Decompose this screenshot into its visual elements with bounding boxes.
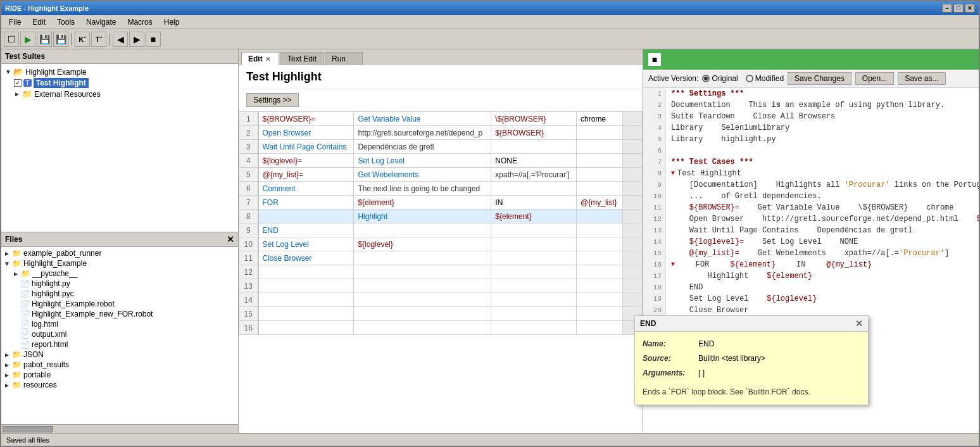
- files-item-robot1[interactable]: 📄 Highlight_Example.robot: [3, 299, 237, 309]
- maximize-button[interactable]: □: [953, 4, 964, 13]
- files-item-loghtml[interactable]: 📄 log.html: [3, 319, 237, 329]
- cell-9-4[interactable]: [622, 224, 642, 237]
- cell-11-2[interactable]: [491, 251, 577, 265]
- open-button[interactable]: Open...: [855, 72, 894, 85]
- cell-3-1[interactable]: Dependências de gretl: [354, 140, 491, 154]
- cell-14-4[interactable]: [622, 293, 642, 307]
- editor-grid[interactable]: 1 ${BROWSER}= Get Variable Value \${BROW…: [239, 111, 643, 433]
- cell-3-3[interactable]: [577, 140, 623, 154]
- cell-11-0[interactable]: Close Browser: [258, 251, 354, 265]
- toolbar-back[interactable]: ◀: [113, 32, 128, 47]
- cell-6-2[interactable]: [491, 182, 577, 196]
- files-item-resources[interactable]: ► 📁 resources: [3, 380, 237, 390]
- files-item-json[interactable]: ► 📁 JSON: [3, 349, 237, 360]
- tree-item-test-highlight[interactable]: ✓ T Test Highlight: [4, 77, 236, 89]
- files-close-icon[interactable]: ✕: [227, 234, 234, 244]
- cell-5-0[interactable]: @{my_list}=: [258, 168, 354, 182]
- tab-run[interactable]: Run: [325, 52, 363, 65]
- cell-11-1[interactable]: [354, 251, 491, 265]
- cell-12-2[interactable]: [491, 265, 577, 279]
- cell-7-1[interactable]: ${element}: [354, 196, 491, 210]
- menu-tools[interactable]: Tools: [52, 16, 80, 28]
- cell-2-2[interactable]: ${BROWSER}: [491, 126, 577, 140]
- cell-8-0[interactable]: [258, 210, 354, 224]
- cell-4-3[interactable]: [577, 154, 623, 168]
- cell-14-2[interactable]: [491, 293, 577, 307]
- cell-11-3[interactable]: [577, 251, 623, 265]
- menu-edit[interactable]: Edit: [27, 16, 51, 28]
- cell-11-4[interactable]: [622, 251, 642, 265]
- cell-3-4[interactable]: [622, 140, 642, 154]
- menu-file[interactable]: File: [4, 16, 26, 28]
- toolbar-stop[interactable]: ■: [146, 32, 161, 47]
- expand-icon-ext[interactable]: ►: [14, 91, 20, 98]
- files-item-highlight-example[interactable]: ▼ 📁 Highlight_Example: [3, 258, 237, 268]
- cell-16-2[interactable]: [491, 321, 577, 335]
- minimize-button[interactable]: −: [942, 4, 952, 13]
- cell-6-4[interactable]: [622, 182, 642, 196]
- radio-modified[interactable]: Modified: [746, 74, 784, 83]
- tab-text-edit[interactable]: Text Edit: [280, 52, 324, 65]
- cell-9-3[interactable]: [577, 224, 623, 237]
- files-item-highlightpy[interactable]: 📄 highlight.py: [3, 279, 237, 289]
- cell-4-1[interactable]: Set Log Level: [354, 154, 491, 168]
- save-as-button[interactable]: Save as...: [898, 72, 945, 85]
- cell-12-1[interactable]: [354, 265, 491, 279]
- toolbar-forward[interactable]: ▶: [129, 32, 144, 47]
- cell-3-0[interactable]: Wait Until Page Contains: [258, 140, 354, 154]
- cell-10-3[interactable]: [577, 237, 623, 251]
- cell-15-0[interactable]: [258, 307, 354, 321]
- toolbar-undo[interactable]: Kˇ: [75, 32, 90, 47]
- expand-portable[interactable]: ►: [4, 372, 10, 379]
- cell-15-3[interactable]: [577, 307, 623, 321]
- cell-15-1[interactable]: [354, 307, 491, 321]
- cell-9-2[interactable]: [491, 224, 577, 237]
- tooltip-close-button[interactable]: ✕: [855, 318, 863, 329]
- cell-5-1[interactable]: Get Webelements: [354, 168, 491, 182]
- cell-4-4[interactable]: [622, 154, 642, 168]
- menu-navigate[interactable]: Navigate: [81, 16, 121, 28]
- files-item-example-pabot[interactable]: ► 📁 example_pabot_runner: [3, 248, 237, 258]
- cell-14-0[interactable]: [258, 293, 354, 307]
- expand-resources[interactable]: ►: [4, 382, 10, 389]
- tree-item-external-resources[interactable]: ► 📁 External Resources: [4, 89, 236, 99]
- expand-pycache[interactable]: ►: [13, 270, 19, 277]
- cell-7-3[interactable]: @{my_list}: [577, 196, 623, 210]
- expand-highlight[interactable]: ▼: [4, 260, 10, 267]
- cell-8-3[interactable]: [577, 210, 623, 224]
- toolbar-save[interactable]: 💾: [37, 32, 52, 47]
- cell-16-1[interactable]: [354, 321, 491, 335]
- cell-5-3[interactable]: [577, 168, 623, 182]
- cell-13-0[interactable]: [258, 279, 354, 293]
- cell-12-4[interactable]: [622, 265, 642, 279]
- radio-original[interactable]: Original: [702, 74, 738, 83]
- files-item-portable[interactable]: ► 📁 portable: [3, 370, 237, 380]
- cell-13-1[interactable]: [354, 279, 491, 293]
- cell-6-3[interactable]: [577, 182, 623, 196]
- cell-1-4[interactable]: [622, 112, 642, 126]
- cell-16-3[interactable]: [577, 321, 623, 335]
- toolbar-redo[interactable]: Tˇ: [91, 32, 106, 47]
- cell-1-0[interactable]: ${BROWSER}=: [258, 112, 354, 126]
- expand-16[interactable]: ▼: [671, 259, 675, 270]
- save-changes-button[interactable]: Save Changes: [788, 72, 851, 85]
- files-item-robot2[interactable]: 📄 Highlight_Example_new_FOR.robot: [3, 309, 237, 319]
- tree-item-highlight-example[interactable]: ▼ 📂 Highlight Example: [4, 66, 236, 77]
- toolbar-saveas[interactable]: 💾: [53, 32, 68, 47]
- files-item-reporthtml[interactable]: 📄 report.html: [3, 339, 237, 349]
- toolbar-new[interactable]: ☐: [4, 32, 19, 47]
- cell-1-1[interactable]: Get Variable Value: [354, 112, 491, 126]
- cell-10-4[interactable]: [622, 237, 642, 251]
- menu-macros[interactable]: Macros: [122, 16, 157, 28]
- cell-8-4[interactable]: [622, 210, 642, 224]
- toolbar-open[interactable]: ▶: [20, 32, 35, 47]
- cell-5-2[interactable]: xpath=//a[.='Procurar']: [491, 168, 577, 182]
- expand-8[interactable]: ▼: [671, 168, 675, 179]
- files-hscroll[interactable]: [1, 424, 238, 433]
- cell-16-0[interactable]: [258, 321, 354, 335]
- settings-button[interactable]: Settings >>: [246, 93, 299, 107]
- cell-10-0[interactable]: Set Log Level: [258, 237, 354, 251]
- cell-9-0[interactable]: END: [258, 224, 354, 237]
- files-item-highlightpyc[interactable]: 📄 highlight.pyc: [3, 289, 237, 299]
- files-item-pycache[interactable]: ► 📁 __pycache__: [3, 268, 237, 279]
